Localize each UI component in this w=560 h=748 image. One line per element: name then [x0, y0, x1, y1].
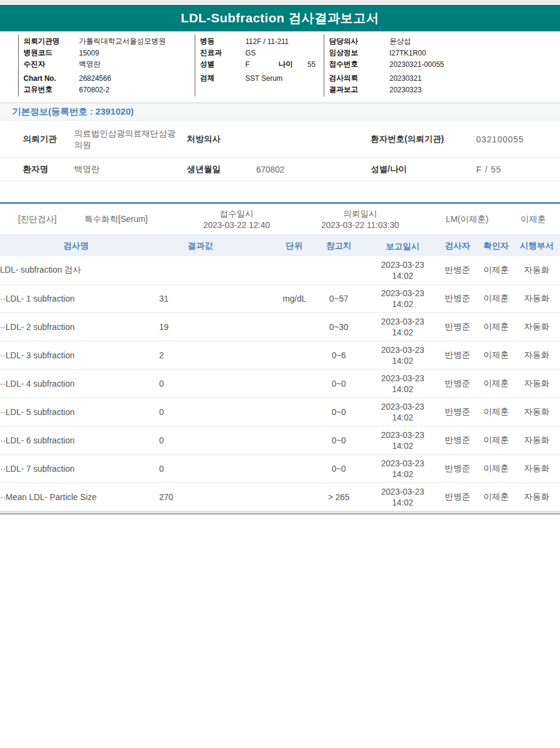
- report-date: 2023-03-23: [369, 344, 436, 355]
- reviewer-name: 이제훈: [506, 214, 560, 225]
- report-datetime: 2023-03-23 14:02: [369, 316, 436, 338]
- performing-department: 자동화: [514, 378, 560, 389]
- report-date: 2023-03-23: [369, 316, 436, 327]
- field-label: 고유번호: [24, 84, 79, 95]
- field-label: 나이: [278, 59, 307, 69]
- report-date: 2023-03-23: [369, 486, 436, 497]
- field-value: 670802-2: [79, 86, 110, 94]
- tester-name: 반병준: [436, 293, 479, 304]
- tester-name: 반병준: [436, 435, 479, 446]
- field-label: 의뢰기관: [23, 134, 74, 145]
- reference-range: 0~0: [309, 379, 369, 388]
- basic-info-section-band: 기본정보(등록번호 : 2391020): [0, 103, 560, 121]
- confirmer-name: 이제훈: [479, 378, 514, 389]
- tester-name: 반병준: [436, 492, 479, 502]
- basic-info-row: 환자명 백영란 생년월일 670802 성별/나이 F / 55: [0, 158, 560, 181]
- test-name: ··Mean LDL- Particle Size: [0, 492, 152, 502]
- reference-range: 0~0: [309, 464, 369, 474]
- performing-department: 자동화: [514, 407, 560, 417]
- field-label: 성별/나이: [371, 164, 476, 175]
- field-label: 생년월일: [187, 164, 256, 175]
- basic-info-row: 의뢰기관 의료법인삼광의료재단삼광의원 처방의사 환자번호(의뢰기관) 0321…: [0, 121, 560, 158]
- report-date: 2023-03-23: [369, 429, 436, 440]
- field-value: I27TK1R00: [389, 49, 426, 57]
- field-label: 환자명: [23, 164, 74, 175]
- report-time: 14:02: [369, 299, 436, 309]
- basic-info-section-title: 기본정보(등록번호 : 2391020): [12, 106, 134, 118]
- report-datetime: 2023-03-23 14:02: [369, 259, 436, 281]
- report-datetime: 2023-03-23 14:02: [369, 401, 436, 423]
- result-value: 0: [152, 379, 248, 388]
- field-label: Chart No.: [24, 74, 79, 83]
- field-label: 접수번호: [329, 59, 389, 69]
- report-time: 14:02: [369, 384, 436, 395]
- report-date: 2023-03-23: [369, 458, 436, 469]
- report-datetime: 2023-03-23 14:02: [369, 458, 436, 480]
- field-value: F / 55: [476, 165, 560, 174]
- request-label: 의뢰일시: [292, 208, 428, 220]
- report-datetime: 2023-03-23 14:02: [369, 373, 436, 395]
- field-value: 의료법인삼광의료재단삼광의원: [74, 128, 187, 151]
- report-time: 14:02: [369, 497, 436, 508]
- reference-range: 0~57: [309, 294, 369, 303]
- report-time: 14:02: [369, 440, 436, 451]
- header-info-row: 검체 SST Serum: [200, 72, 324, 84]
- request-value: 2023-03-22 11:03:30: [292, 220, 428, 231]
- field-value: GS: [245, 49, 256, 57]
- result-value: 0: [152, 407, 248, 417]
- report-time: 14:02: [369, 469, 436, 480]
- field-value: 20230323: [389, 86, 421, 94]
- header-info-row: 수진자 백영란: [24, 59, 195, 70]
- test-name: ··LDL- 7 subfraction: [0, 464, 152, 474]
- field-value: 백영란: [79, 59, 101, 69]
- confirmer-name: 이제훈: [479, 293, 514, 304]
- tester-name: 반병준: [436, 322, 479, 332]
- result-value: 270: [152, 492, 248, 502]
- column-header-department: 시행부서: [514, 241, 560, 252]
- test-name: LDL- subfraction 검사: [0, 265, 152, 276]
- header-info-row: 고유번호 670802-2: [24, 84, 195, 95]
- performing-department: 자동화: [514, 492, 560, 502]
- header-info-row: 성별 F 나이 55: [200, 59, 324, 70]
- field-value: 백영란: [74, 163, 187, 175]
- header-info-row: 담당의사 윤상섭: [329, 36, 560, 47]
- field-label: 성별: [200, 59, 245, 69]
- field-value: 20230321: [389, 74, 421, 83]
- field-value: 가톨릭대학교서울성모병원: [79, 36, 166, 46]
- lm-reviewer: LM(이제훈): [428, 214, 506, 225]
- field-label: 진료과: [200, 48, 245, 58]
- field-label: 검체: [200, 73, 245, 83]
- field-value: 032100055: [476, 135, 560, 144]
- field-label: 검사의뢰: [329, 73, 389, 83]
- result-row: ··LDL- 1 subfraction 31 mg/dL 0~57 2023-…: [0, 285, 560, 313]
- test-name: ··LDL- 5 subfraction: [0, 407, 152, 417]
- tester-name: 반병준: [436, 378, 479, 389]
- field-label: 처방의사: [187, 134, 256, 145]
- field-value: 112F / 11-211: [245, 37, 289, 46]
- column-header-report-date: 보고일시: [369, 241, 436, 252]
- tester-name: 반병준: [436, 350, 479, 361]
- header-info-row: Chart No. 26824566: [24, 72, 195, 84]
- test-name: ··LDL- 4 subfraction: [0, 379, 152, 388]
- field-value: 15009: [79, 49, 99, 57]
- header-info-row: 의뢰기관명 가톨릭대학교서울성모병원: [24, 36, 195, 47]
- field-value: SST Serum: [245, 74, 283, 83]
- results-table-header: 검사명 결과값 단위 참고치 보고일시 검사자 확인자 시행부서: [0, 235, 560, 256]
- result-row: LDL- subfraction 검사 2023-03-23 14:02 반병준…: [0, 256, 560, 285]
- column-header-test-name: 검사명: [0, 241, 152, 252]
- field-label: 병동: [200, 36, 245, 46]
- field-label: 수진자: [24, 59, 79, 69]
- header-info-group-doctor: 담당의사 윤상섭 임상정보 I27TK1R00 접수번호 20230321-00…: [324, 34, 560, 97]
- header-info-row: 임상정보 I27TK1R00: [329, 47, 560, 59]
- report-time: 14:02: [369, 270, 436, 281]
- performing-department: 자동화: [514, 265, 560, 276]
- header-info-group-ward: 병동 112F / 11-211 진료과 GS 성별 F 나이 55 검체 SS…: [195, 34, 324, 97]
- tester-name: 반병준: [436, 265, 479, 276]
- field-value: 26824566: [79, 74, 111, 83]
- confirmer-name: 이제훈: [479, 407, 514, 417]
- report-date: 2023-03-23: [369, 288, 436, 299]
- report-datetime: 2023-03-23 14:02: [369, 288, 436, 309]
- receipt-value: 2023-03-22 12:40: [181, 220, 292, 231]
- field-label: 환자번호(의뢰기관): [371, 134, 476, 145]
- header-info-row: 접수번호 20230321-00055: [329, 59, 560, 70]
